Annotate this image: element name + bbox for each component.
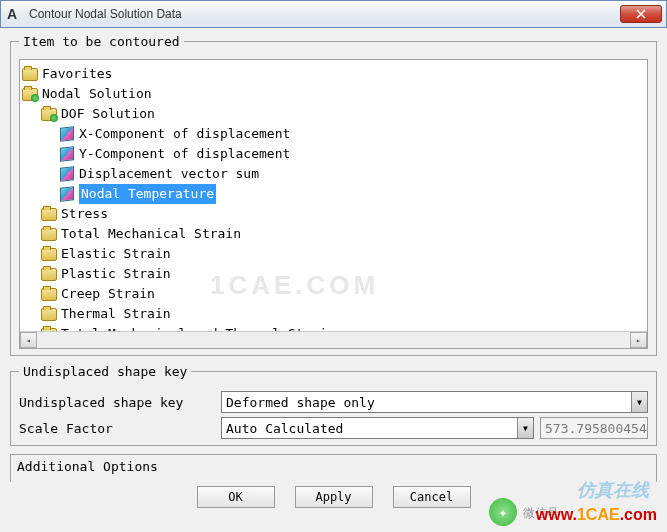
tree-label: X-Component of displacement <box>79 124 290 144</box>
title-bar: A Contour Nodal Solution Data <box>0 0 667 28</box>
chevron-down-icon: ▼ <box>631 392 647 412</box>
result-icon <box>60 186 74 201</box>
undisplaced-shape-dropdown[interactable]: Deformed shape only ▼ <box>221 391 648 413</box>
folder-icon <box>41 208 57 221</box>
apply-button[interactable]: Apply <box>295 486 373 508</box>
tree-item-dof-solution[interactable]: DOF Solution <box>22 104 645 124</box>
additional-options-group[interactable]: Additional Options <box>10 454 657 482</box>
item-to-be-contoured-group: Item to be contoured Favorites Nodal Sol… <box>10 34 657 356</box>
result-icon <box>60 166 74 181</box>
tree-label: Total Mechanical Strain <box>61 224 241 244</box>
scroll-left-button[interactable]: ◂ <box>20 332 37 348</box>
tree-item-total-mech-strain[interactable]: Total Mechanical Strain <box>22 224 645 244</box>
app-icon: A <box>7 6 23 22</box>
folder-icon <box>41 248 57 261</box>
dropdown-value: Deformed shape only <box>222 395 631 410</box>
close-icon <box>636 9 646 19</box>
folder-icon <box>41 288 57 301</box>
tree-label: DOF Solution <box>61 104 155 124</box>
tree-item-disp-vec-sum[interactable]: Displacement vector sum <box>22 164 645 184</box>
item-legend: Item to be contoured <box>19 34 184 49</box>
tree-item-creep-strain[interactable]: Creep Strain <box>22 284 645 304</box>
tree-label: Stress <box>61 204 108 224</box>
tree-label: Creep Strain <box>61 284 155 304</box>
tree-item-plastic-strain[interactable]: Plastic Strain <box>22 264 645 284</box>
folder-icon <box>41 308 57 321</box>
additional-options-label: Additional Options <box>17 459 158 474</box>
tree-label: Elastic Strain <box>61 244 171 264</box>
tree-label: Thermal Strain <box>61 304 171 324</box>
chevron-down-icon: ▼ <box>517 418 533 438</box>
tree-item-favorites[interactable]: Favorites <box>22 64 645 84</box>
tree-container: Favorites Nodal Solution DOF Solution X-… <box>19 59 648 349</box>
folder-icon <box>22 68 38 81</box>
undisplaced-legend: Undisplaced shape key <box>19 364 191 379</box>
close-button[interactable] <box>620 5 662 23</box>
scroll-track[interactable] <box>37 332 630 348</box>
undisplaced-shape-label: Undisplaced shape key <box>19 395 215 410</box>
scale-factor-dropdown[interactable]: Auto Calculated ▼ <box>221 417 534 439</box>
tree-item-stress[interactable]: Stress <box>22 204 645 224</box>
button-bar: OK Apply Cancel <box>10 482 657 512</box>
tree-item-nodal-temp[interactable]: Nodal Temperature <box>22 184 645 204</box>
tree-item-y-disp[interactable]: Y-Component of displacement <box>22 144 645 164</box>
tree-item-elastic-strain[interactable]: Elastic Strain <box>22 244 645 264</box>
scale-factor-label: Scale Factor <box>19 421 215 436</box>
solution-tree[interactable]: Favorites Nodal Solution DOF Solution X-… <box>20 60 647 348</box>
tree-item-thermal-strain[interactable]: Thermal Strain <box>22 304 645 324</box>
folder-icon <box>41 228 57 241</box>
tree-label: Favorites <box>42 64 112 84</box>
tree-label: Displacement vector sum <box>79 164 259 184</box>
result-icon <box>60 146 74 161</box>
horizontal-scrollbar[interactable]: ◂ ▸ <box>20 331 647 348</box>
folder-icon <box>41 268 57 281</box>
scroll-right-button[interactable]: ▸ <box>630 332 647 348</box>
window-title: Contour Nodal Solution Data <box>29 7 620 21</box>
tree-label: Plastic Strain <box>61 264 171 284</box>
undisplaced-shape-group: Undisplaced shape key Undisplaced shape … <box>10 364 657 446</box>
dialog-body: Item to be contoured Favorites Nodal Sol… <box>0 28 667 512</box>
dropdown-value: Auto Calculated <box>222 421 517 436</box>
tree-label: Nodal Solution <box>42 84 152 104</box>
cancel-button[interactable]: Cancel <box>393 486 471 508</box>
tree-label: Y-Component of displacement <box>79 144 290 164</box>
result-icon <box>60 126 74 141</box>
tree-item-nodal-solution[interactable]: Nodal Solution <box>22 84 645 104</box>
folder-open-icon <box>22 88 38 101</box>
folder-open-icon <box>41 108 57 121</box>
ok-button[interactable]: OK <box>197 486 275 508</box>
tree-item-x-disp[interactable]: X-Component of displacement <box>22 124 645 144</box>
scale-factor-value-field: 573.795800454 <box>540 417 648 439</box>
tree-label-selected: Nodal Temperature <box>79 184 216 204</box>
